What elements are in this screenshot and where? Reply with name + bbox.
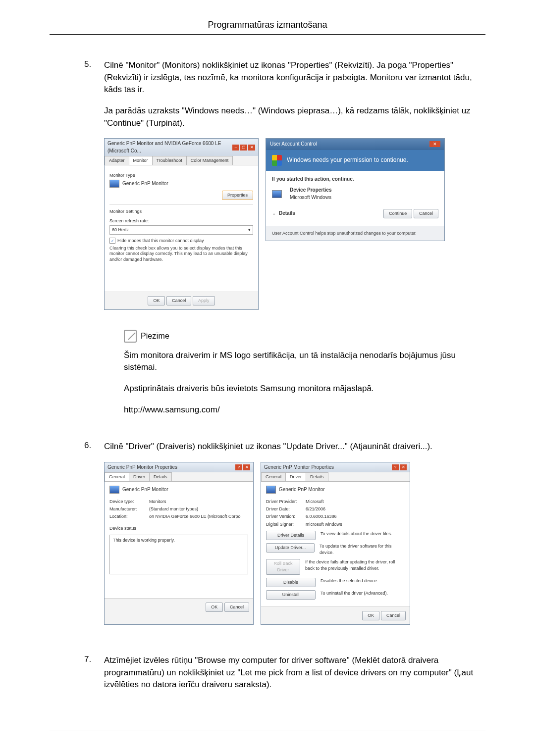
monitor-icon bbox=[266, 486, 276, 494]
monitor-name: Generic PnP Monitor bbox=[122, 181, 168, 186]
driver-details-button[interactable]: Driver Details bbox=[266, 531, 316, 540]
version-val: 6.0.6000.16386 bbox=[306, 513, 337, 520]
cancel-button[interactable]: Cancel bbox=[414, 209, 438, 218]
tab-color-management[interactable]: Color Management bbox=[186, 156, 233, 165]
device-name: Generic PnP Monitor bbox=[279, 487, 325, 492]
device-status-label: Device status bbox=[109, 525, 248, 532]
devtype-val: Monitors bbox=[149, 499, 166, 505]
note-paragraph1: Šim monitora draiverim ir MS logo sertif… bbox=[124, 350, 485, 374]
refresh-rate-label: Screen refresh rate: bbox=[109, 218, 253, 224]
note-paragraph2: Apstiprinātais draiveris būs ievietots S… bbox=[124, 383, 485, 395]
rollback-driver-desc: If the device fails after updating the d… bbox=[305, 559, 405, 572]
note-block: Piezīme Šim monitora draiverim ir MS log… bbox=[124, 330, 485, 416]
tab-general[interactable]: General bbox=[261, 472, 286, 481]
provider-val: Microsoft bbox=[306, 499, 324, 505]
note-url: http://www.samsung.com/ bbox=[124, 404, 485, 416]
device-status-box: This device is working properly. bbox=[109, 535, 248, 574]
tab-details[interactable]: Details bbox=[306, 472, 328, 481]
uac-device-properties: Device Properties bbox=[290, 187, 332, 194]
step-number: 6. bbox=[84, 441, 104, 645]
window-title: Generic PnP Monitor and NVIDIA GeForce 6… bbox=[107, 140, 232, 154]
update-driver-desc: To update the driver software for this d… bbox=[320, 543, 405, 556]
monitor-icon bbox=[109, 486, 119, 494]
note-label: Piezīme bbox=[141, 330, 169, 342]
hide-modes-label: Hide modes that this monitor cannot disp… bbox=[117, 238, 204, 244]
cancel-button[interactable]: Cancel bbox=[166, 296, 191, 305]
uac-title: User Account Control bbox=[270, 141, 317, 148]
page-header: Programmatūras izmantošana bbox=[50, 20, 485, 35]
note-icon bbox=[124, 330, 137, 343]
continue-button[interactable]: Continue bbox=[383, 209, 412, 218]
hide-modes-checkbox[interactable]: ✓ bbox=[109, 238, 115, 244]
refresh-rate-value: 60 Hertz bbox=[112, 227, 129, 233]
monitor-settings-label: Monitor Settings bbox=[109, 208, 253, 215]
disable-button[interactable]: Disable bbox=[266, 578, 316, 587]
window-caption-buttons[interactable]: –▢✕ bbox=[232, 145, 255, 151]
cancel-button[interactable]: Cancel bbox=[224, 603, 249, 612]
disable-desc: Disables the selected device. bbox=[321, 578, 378, 584]
window-title: Generic PnP Monitor Properties bbox=[107, 464, 177, 471]
window-title: Generic PnP Monitor Properties bbox=[264, 464, 334, 471]
close-icon[interactable]: ✕ bbox=[429, 141, 440, 147]
window-caption-buttons[interactable]: ?✕ bbox=[392, 464, 407, 470]
monitor-properties-window: Generic PnP Monitor and NVIDIA GeForce 6… bbox=[104, 138, 259, 309]
provider-key: Driver Provider: bbox=[266, 499, 306, 505]
device-name: Generic PnP Monitor bbox=[122, 487, 168, 492]
loc-key: Location: bbox=[109, 513, 149, 520]
step-7: 7. Atzīmējiet izvēles rūtiņu "Browse my … bbox=[84, 655, 485, 700]
loc-val: on NVIDIA GeForce 6600 LE (Microsoft Cor… bbox=[149, 513, 241, 520]
uac-details-toggle[interactable]: Details bbox=[279, 210, 295, 217]
ok-button[interactable]: OK bbox=[206, 603, 223, 612]
step6-paragraph: Cilnē "Driver" (Draiveris) noklikšķiniet… bbox=[104, 441, 485, 453]
tab-adapter[interactable]: Adapter bbox=[105, 156, 129, 165]
uninstall-desc: To uninstall the driver (Advanced). bbox=[321, 590, 388, 597]
uac-footer-text: User Account Control helps stop unauthor… bbox=[266, 226, 444, 241]
tab-driver[interactable]: Driver bbox=[129, 472, 150, 481]
step-6: 6. Cilnē "Driver" (Draiveris) noklikšķin… bbox=[84, 441, 485, 645]
step7-paragraph: Atzīmējiet izvēles rūtiņu "Browse my com… bbox=[104, 655, 485, 691]
uac-publisher: Microsoft Windows bbox=[290, 194, 332, 202]
monitor-icon bbox=[109, 180, 119, 188]
ok-button[interactable]: OK bbox=[148, 296, 165, 305]
driver-details-desc: To view details about the driver files. bbox=[321, 531, 392, 537]
driver-props-general-window: Generic PnP Monitor Properties ?✕ Genera… bbox=[104, 462, 254, 625]
tab-driver[interactable]: Driver bbox=[285, 472, 306, 481]
driver-props-driver-window: Generic PnP Monitor Properties ?✕ Genera… bbox=[261, 462, 410, 625]
uac-banner-text: Windows needs your permission to contion… bbox=[287, 156, 408, 164]
device-icon bbox=[272, 190, 282, 198]
step5-paragraph2: Ja parādās uzraksts "Windows needs…" (Wi… bbox=[104, 105, 485, 129]
manuf-val: (Standard monitor types) bbox=[149, 506, 198, 512]
refresh-rate-dropdown[interactable]: 60 Hertz▾ bbox=[109, 225, 253, 235]
tab-details[interactable]: Details bbox=[149, 472, 172, 481]
chevron-down-icon[interactable]: ⌄ bbox=[272, 210, 276, 217]
properties-button[interactable]: Properties bbox=[222, 191, 253, 200]
tab-general[interactable]: General bbox=[105, 472, 129, 481]
update-driver-button[interactable]: Update Driver... bbox=[266, 543, 315, 553]
monitor-type-label: Monitor Type bbox=[109, 172, 253, 179]
tab-monitor[interactable]: Monitor bbox=[129, 156, 153, 165]
uninstall-button[interactable]: Uninstall bbox=[266, 590, 316, 600]
chevron-down-icon: ▾ bbox=[248, 227, 251, 233]
date-key: Driver Date: bbox=[266, 506, 306, 512]
step-number: 7. bbox=[84, 655, 104, 700]
signer-key: Digital Signer: bbox=[266, 521, 306, 528]
hide-modes-description: Clearing this check box allows you to se… bbox=[109, 246, 253, 263]
footer-rule bbox=[50, 730, 485, 730]
date-val: 6/21/2006 bbox=[306, 506, 325, 512]
cancel-button[interactable]: Cancel bbox=[381, 611, 406, 620]
tab-troubleshoot[interactable]: Troubleshoot bbox=[152, 156, 187, 165]
uac-dialog: User Account Control ✕ Windows needs you… bbox=[266, 138, 445, 241]
step-number: 5. bbox=[84, 59, 104, 431]
version-key: Driver Version: bbox=[266, 513, 306, 520]
manuf-key: Manufacturer: bbox=[109, 506, 149, 512]
step-5: 5. Cilnē "Monitor" (Monitors) noklikšķin… bbox=[84, 59, 485, 431]
shield-icon bbox=[272, 155, 282, 166]
window-caption-buttons[interactable]: ?✕ bbox=[235, 464, 250, 470]
devtype-key: Device type: bbox=[109, 499, 149, 505]
signer-val: microsoft windows bbox=[306, 521, 342, 528]
rollback-driver-button[interactable]: Roll Back Driver bbox=[266, 559, 300, 575]
apply-button[interactable]: Apply bbox=[193, 296, 215, 305]
step5-paragraph1: Cilnē "Monitor" (Monitors) noklikšķiniet… bbox=[104, 59, 485, 96]
uac-started-text: If you started this action, continue. bbox=[272, 176, 438, 183]
ok-button[interactable]: OK bbox=[362, 611, 379, 620]
